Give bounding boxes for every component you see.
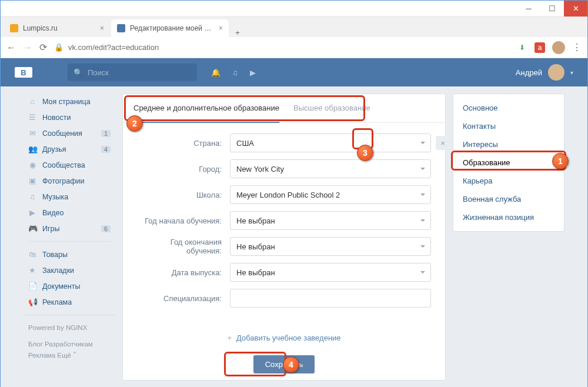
sidebar-item[interactable]: ♫Музыка — [24, 189, 115, 205]
form-row: Город:New York City — [137, 159, 431, 178]
notifications-icon[interactable]: 🔔 — [211, 68, 220, 77]
sidebar-item[interactable]: ☰Новости — [24, 109, 115, 125]
sidebar-item[interactable]: ▶Видео — [24, 205, 115, 221]
settings-nav-item[interactable]: Основное — [453, 99, 564, 117]
minimize-button[interactable]: ─ — [517, 1, 540, 16]
footer-link[interactable]: Блог — [28, 341, 43, 348]
main-tabs: Среднее и дополнительное образованиеВысш… — [123, 94, 445, 123]
sidebar-item[interactable]: ▣Фотографии — [24, 173, 115, 189]
url-field[interactable]: 🔒 vk.com/edit?act=education — [54, 43, 510, 52]
settings-nav-item[interactable]: Жизненная позиция — [453, 208, 564, 226]
tab-strip: Lumpics.ru×Редактирование моей страницы×… — [1, 17, 587, 37]
field-label: Год начала обучения: — [137, 216, 230, 225]
nav-icon: 🛍 — [28, 250, 36, 259]
sidebar-item[interactable]: ◉Сообщества — [24, 157, 115, 173]
education-tab[interactable]: Среднее и дополнительное образование — [133, 94, 279, 123]
sidebar-item[interactable]: ★Закладки — [24, 262, 115, 278]
form-row: Страна:США× — [137, 134, 431, 152]
search-placeholder: Поиск — [88, 68, 109, 77]
header-user[interactable]: Андрей ▾ — [516, 64, 573, 81]
footer-links: Блог Разработчикам Реклама Ещё ˅ — [24, 336, 115, 364]
nav-label: Сообщения — [42, 129, 82, 138]
sidebar-item[interactable]: 🎮Игры6 — [24, 221, 115, 236]
nav-icon: ★ — [28, 266, 36, 275]
extension-icon[interactable]: ⬇ — [517, 42, 527, 53]
lock-icon: 🔒 — [54, 43, 64, 52]
settings-nav-item[interactable]: Интересы — [453, 135, 564, 154]
field-label: Год окончания обучения: — [137, 238, 230, 255]
new-tab-button[interactable]: + — [230, 28, 245, 37]
favicon-icon — [10, 24, 18, 32]
favicon-icon — [117, 24, 125, 32]
search-icon: 🔍 — [74, 68, 83, 77]
main-panel: Среднее и дополнительное образованиеВысш… — [122, 94, 446, 381]
select-field[interactable]: Meyer London Public School 2 — [230, 185, 431, 204]
nav-label: Фотографии — [42, 177, 84, 185]
add-school-link[interactable]: Добавить учебное заведение — [123, 325, 445, 351]
reload-button[interactable]: ⟳ — [39, 42, 47, 53]
settings-nav-item[interactable]: Карьера — [453, 172, 564, 190]
nav-icon: ♫ — [28, 192, 36, 201]
footer-link[interactable]: Ещё ˅ — [57, 352, 76, 359]
education-tab[interactable]: Высшее образование — [293, 94, 370, 122]
education-form: Страна:США×Город:New York CityШкола:Meye… — [123, 123, 445, 325]
nav-icon: 📄 — [28, 282, 36, 291]
annotation-3-badge: 3 — [357, 145, 373, 161]
sidebar-item[interactable]: 🛍Товары — [24, 246, 115, 262]
nav-label: Новости — [42, 114, 71, 122]
menu-button[interactable]: ⋮ — [572, 42, 582, 53]
sidebar-item[interactable]: 📢Реклама — [24, 294, 115, 310]
badge: 6 — [101, 225, 111, 232]
sidebar-item[interactable]: ✉Сообщения1 — [24, 125, 115, 141]
close-tab-icon[interactable]: × — [219, 24, 223, 32]
field-label: Город: — [137, 165, 230, 174]
close-button[interactable]: ✕ — [564, 1, 587, 16]
sidebar-item[interactable]: 📄Документы — [24, 278, 115, 294]
annotation-2-badge: 2 — [126, 115, 143, 132]
vk-header: B 🔍 Поиск 🔔 ♫ ▶ Андрей ▾ — [1, 58, 587, 86]
browser-tab[interactable]: Lumpics.ru× — [4, 19, 110, 37]
clear-button[interactable]: × — [436, 136, 450, 150]
chevron-down-icon: ▾ — [570, 69, 573, 76]
select-field[interactable]: США — [230, 134, 431, 152]
vk-logo[interactable]: B — [15, 67, 32, 78]
nav-label: Видео — [42, 209, 64, 217]
search-input[interactable]: 🔍 Поиск — [68, 64, 197, 81]
address-bar: ← → ⟳ 🔒 vk.com/edit?act=education ⬇ a ⋮ — [1, 37, 587, 58]
browser-tab[interactable]: Редактирование моей страницы× — [111, 19, 229, 37]
back-button[interactable]: ← — [6, 42, 16, 53]
select-field[interactable]: Не выбран — [230, 211, 431, 230]
play-icon[interactable]: ▶ — [250, 68, 256, 77]
url-text: vk.com/edit?act=education — [68, 43, 159, 52]
footer-link[interactable]: Реклама — [28, 352, 55, 359]
forward-button[interactable]: → — [23, 42, 32, 53]
settings-nav-item[interactable]: Образование — [453, 154, 564, 172]
nav-label: Моя страница — [42, 98, 91, 106]
music-icon[interactable]: ♫ — [232, 68, 238, 77]
nav-icon: ⌂ — [28, 97, 36, 106]
settings-nav-item[interactable]: Военная служба — [453, 190, 564, 208]
sidebar-item[interactable]: ⌂Моя страница — [24, 94, 115, 109]
maximize-button[interactable]: ☐ — [540, 1, 564, 16]
titlebar: ─ ☐ ✕ — [1, 1, 587, 17]
powered-by: Powered by NGINX — [24, 320, 115, 336]
settings-nav-item[interactable]: Контакты — [453, 117, 564, 135]
text-field[interactable] — [230, 289, 431, 308]
select-field[interactable]: Не выбран — [230, 263, 431, 282]
nav-label: Игры — [42, 225, 59, 233]
footer-link[interactable]: Разработчикам — [45, 341, 93, 348]
tab-label: Редактирование моей страницы — [130, 24, 214, 32]
nav-label: Сообщества — [42, 161, 85, 169]
close-tab-icon[interactable]: × — [100, 24, 104, 32]
form-row: Год окончания обучения:Не выбран — [137, 237, 431, 256]
select-field[interactable]: Не выбран — [230, 237, 431, 256]
form-row: Год начала обучения:Не выбран — [137, 211, 431, 230]
profile-avatar[interactable] — [552, 41, 565, 54]
form-row: Дата выпуска:Не выбран — [137, 263, 431, 282]
nav-label: Товары — [42, 251, 68, 259]
extension-icon[interactable]: a — [534, 42, 545, 53]
sidebar-item[interactable]: 👥Друзья4 — [24, 141, 115, 157]
tab-label: Lumpics.ru — [23, 24, 95, 32]
select-field[interactable]: New York City — [230, 159, 431, 178]
annotation-4-badge: 4 — [283, 356, 299, 373]
